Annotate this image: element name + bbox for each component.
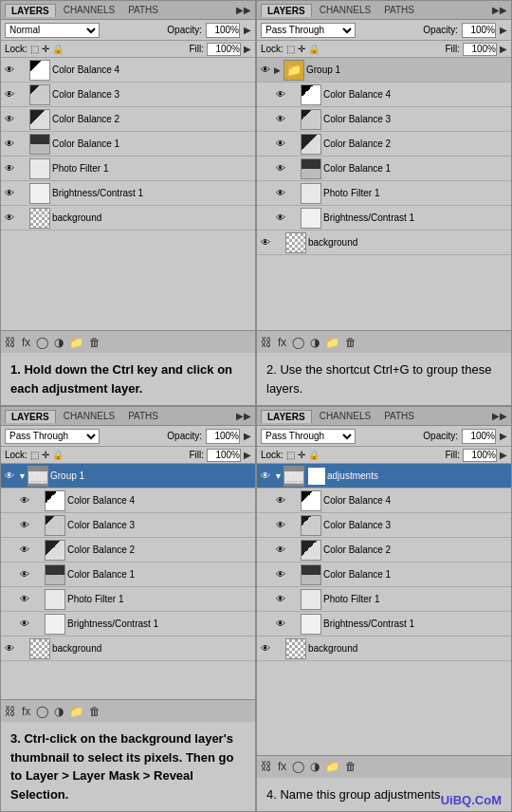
mask-footer-p3[interactable]: ◯ xyxy=(36,705,48,718)
opacity-arrow-p2[interactable]: ▶ xyxy=(500,25,507,35)
fill-input-p1[interactable] xyxy=(207,43,241,56)
link-footer-p4[interactable]: ⛓ xyxy=(261,760,272,773)
layer-cb3-p3[interactable]: 👁 Color Balance 3 xyxy=(1,513,255,538)
eye-cb2-p1[interactable]: 👁 xyxy=(3,113,16,126)
lock-pos-icon-p3[interactable]: ✛ xyxy=(42,450,49,460)
eye-group-p3[interactable]: 👁 xyxy=(3,470,16,483)
tab-channels-p2[interactable]: CHANNELS xyxy=(314,4,376,16)
eye-adj-p4[interactable]: 👁 xyxy=(259,470,272,483)
lock-all-icon-p4[interactable]: 🔒 xyxy=(308,450,320,460)
layer-bc-p3[interactable]: 👁 Brightness/Contrast 1 xyxy=(1,612,255,637)
eye-cb4-p1[interactable]: 👁 xyxy=(3,64,16,77)
eye-cb2-p4[interactable]: 👁 xyxy=(274,544,287,557)
lock-all-icon-p1[interactable]: 🔒 xyxy=(52,44,64,54)
panel-menu-p1[interactable]: ▶▶ xyxy=(236,5,251,15)
layer-pf-p4[interactable]: 👁 Photo Filter 1 xyxy=(257,587,511,612)
lock-pos-icon-p1[interactable]: ✛ xyxy=(42,44,49,54)
fill-arrow-p2[interactable]: ▶ xyxy=(500,44,507,54)
layer-bg-p4[interactable]: 👁 background xyxy=(257,637,511,661)
arrow-group-p2[interactable]: ▶ xyxy=(274,65,282,75)
layer-bc-p1[interactable]: 👁 Brightness/Contrast 1 xyxy=(1,181,255,206)
tab-channels-p3[interactable]: CHANNELS xyxy=(58,410,120,422)
trash-footer-p3[interactable]: 🗑 xyxy=(89,705,101,718)
mask-footer-p1[interactable]: ◯ xyxy=(36,336,48,349)
layer-cb2-p3[interactable]: 👁 Color Balance 2 xyxy=(1,538,255,563)
lock-pixel-icon-p2[interactable]: ⬚ xyxy=(286,44,295,54)
eye-bc-p3[interactable]: 👁 xyxy=(18,618,31,631)
layer-cb3-p1[interactable]: 👁 Color Balance 3 xyxy=(1,83,255,107)
eye-cb3-p3[interactable]: 👁 xyxy=(18,519,31,532)
tab-layers-p4[interactable]: LAYERS xyxy=(261,410,312,423)
folder-footer-p4[interactable]: 📁 xyxy=(325,760,339,773)
arrow-adj-p4[interactable]: ▼ xyxy=(274,471,282,481)
tab-layers-p2[interactable]: LAYERS xyxy=(261,4,312,17)
eye-pf-p2[interactable]: 👁 xyxy=(274,187,287,200)
eye-cb4-p2[interactable]: 👁 xyxy=(274,88,287,102)
layer-pf-p2[interactable]: 👁 Photo Filter 1 xyxy=(257,181,511,206)
tab-layers-p1[interactable]: LAYERS xyxy=(5,4,56,17)
eye-cb1-p2[interactable]: 👁 xyxy=(274,162,287,175)
eye-bc-p2[interactable]: 👁 xyxy=(274,212,287,225)
arrow-group-p3[interactable]: ▼ xyxy=(18,471,26,481)
mask-footer-p4[interactable]: ◯ xyxy=(292,760,304,773)
fill-input-p3[interactable] xyxy=(207,449,241,462)
lock-pixel-icon-p3[interactable]: ⬚ xyxy=(30,450,39,460)
eye-group-p2[interactable]: 👁 xyxy=(259,64,272,77)
blend-mode-p2[interactable]: Pass Through xyxy=(261,23,356,38)
blend-mode-p4[interactable]: Pass Through xyxy=(261,429,356,444)
tab-paths-p4[interactable]: PATHS xyxy=(378,410,420,422)
layer-group1-p3[interactable]: 👁 ▼ ▓▓▓ Group 1 xyxy=(1,464,255,489)
folder-footer-p2[interactable]: 📁 xyxy=(325,336,339,349)
mask-footer-p2[interactable]: ◯ xyxy=(292,336,304,349)
eye-cb1-p4[interactable]: 👁 xyxy=(274,568,287,581)
eye-pf-p1[interactable]: 👁 xyxy=(3,162,16,175)
eye-cb4-p3[interactable]: 👁 xyxy=(18,494,31,508)
eye-cb1-p1[interactable]: 👁 xyxy=(3,138,16,151)
opacity-arrow-p4[interactable]: ▶ xyxy=(500,431,507,441)
lock-pos-icon-p2[interactable]: ✛ xyxy=(298,44,305,54)
layer-bc-p4[interactable]: 👁 Brightness/Contrast 1 xyxy=(257,612,511,637)
eye-cb2-p3[interactable]: 👁 xyxy=(18,544,31,557)
layer-cb2-p1[interactable]: 👁 Color Balance 2 xyxy=(1,107,255,132)
layer-cb2-p2[interactable]: 👁 Color Balance 2 xyxy=(257,132,511,157)
blend-mode-p3[interactable]: Pass Through xyxy=(5,429,100,444)
eye-bg-p2[interactable]: 👁 xyxy=(259,236,272,249)
eye-cb3-p4[interactable]: 👁 xyxy=(274,519,287,532)
layer-bg-p2[interactable]: 👁 background xyxy=(257,231,511,255)
lock-all-icon-p3[interactable]: 🔒 xyxy=(52,450,64,460)
layer-cb1-p3[interactable]: 👁 Color Balance 1 xyxy=(1,563,255,587)
panel-menu-p2[interactable]: ▶▶ xyxy=(492,5,507,15)
opacity-input-p2[interactable] xyxy=(462,23,496,38)
layer-cb3-p2[interactable]: 👁 Color Balance 3 xyxy=(257,107,511,132)
adj-footer-p2[interactable]: ◑ xyxy=(310,336,320,349)
folder-footer-p3[interactable]: 📁 xyxy=(69,705,83,718)
opacity-input-p1[interactable] xyxy=(206,23,240,38)
fill-input-p4[interactable] xyxy=(463,449,497,462)
layer-pf-p1[interactable]: 👁 Photo Filter 1 xyxy=(1,157,255,181)
fx-footer-p4[interactable]: fx xyxy=(278,760,286,773)
eye-bc-p1[interactable]: 👁 xyxy=(3,187,16,200)
trash-footer-p2[interactable]: 🗑 xyxy=(345,336,357,349)
eye-pf-p4[interactable]: 👁 xyxy=(274,593,287,606)
lock-all-icon-p2[interactable]: 🔒 xyxy=(308,44,320,54)
eye-bg-p4[interactable]: 👁 xyxy=(259,642,272,655)
lock-pixel-icon-p1[interactable]: ⬚ xyxy=(30,44,39,54)
fx-footer-p1[interactable]: fx xyxy=(22,336,30,349)
layer-cb2-p4[interactable]: 👁 Color Balance 2 xyxy=(257,538,511,563)
eye-bg-p1[interactable]: 👁 xyxy=(3,212,16,225)
fill-arrow-p4[interactable]: ▶ xyxy=(500,450,507,460)
tab-paths-p3[interactable]: PATHS xyxy=(122,410,164,422)
trash-footer-p4[interactable]: 🗑 xyxy=(345,760,357,773)
layer-cb4-p1[interactable]: 👁 Color Balance 4 xyxy=(1,58,255,83)
eye-pf-p3[interactable]: 👁 xyxy=(18,593,31,606)
layer-group1-p2[interactable]: 👁 ▶ 📁 Group 1 xyxy=(257,58,511,83)
fx-footer-p2[interactable]: fx xyxy=(278,336,286,349)
panel-menu-p3[interactable]: ▶▶ xyxy=(236,411,251,421)
opacity-input-p3[interactable] xyxy=(206,429,240,444)
lock-pos-icon-p4[interactable]: ✛ xyxy=(298,450,305,460)
tab-channels-p1[interactable]: CHANNELS xyxy=(58,4,120,16)
opacity-input-p4[interactable] xyxy=(462,429,496,444)
adj-footer-p1[interactable]: ◑ xyxy=(54,336,64,349)
layer-cb4-p2[interactable]: 👁 Color Balance 4 xyxy=(257,83,511,107)
tab-layers-p3[interactable]: LAYERS xyxy=(5,410,56,423)
